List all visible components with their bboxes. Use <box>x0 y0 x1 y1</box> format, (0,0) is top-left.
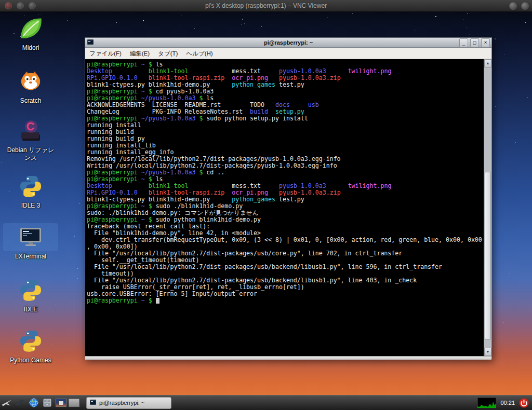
taskbar: pi@raspberrypi: ~ 00:21 <box>0 395 532 410</box>
minimize-button[interactable]: _ <box>459 38 468 47</box>
star <box>60 39 60 39</box>
terminal-text: cd pyusb-1.0.0a3 <box>156 88 214 95</box>
star <box>467 13 468 13</box>
pager-desktop-1-icon[interactable] <box>56 399 66 407</box>
terminal-text: python_games <box>232 196 275 203</box>
terminal-text: File "blink1hid-demo.py", line 42, in <m… <box>87 229 261 237</box>
terminal-window: pi@raspberrypi: ~ _ □ × ファイル(F) 編集(E) タブ… <box>85 37 492 359</box>
terminal-text: Desktop <box>87 67 112 75</box>
terminal-text: build <box>250 108 268 115</box>
terminal-output[interactable]: pi@raspberrypi ~ $ lsDesktop blink1-tool… <box>87 61 483 356</box>
close-button[interactable]: × <box>481 38 490 47</box>
terminal-scrollbar[interactable]: ▲ ▼ <box>484 59 491 356</box>
terminal-text: usb <box>308 101 319 108</box>
terminal-text: running build_py <box>87 135 145 142</box>
terminal-text: $ <box>145 175 156 183</box>
terminal-line: pi@raspberrypi ~/pyusb-1.0.0a3 $ sudo py… <box>87 115 483 122</box>
terminal-window-title: pi@raspberrypi: ~ <box>85 39 491 46</box>
terminal-text <box>326 182 348 189</box>
terminal-text: mess.txt <box>232 182 279 189</box>
desktop-icon-lxterminal[interactable]: LXTerminal <box>3 223 58 261</box>
scroll-up-icon[interactable]: ▲ <box>484 59 491 67</box>
star <box>463 19 463 20</box>
terminal-text <box>188 182 232 189</box>
terminal-text: File "/usr/local/lib/python2.7/dist-pack… <box>87 250 402 257</box>
terminal-titlebar[interactable]: pi@raspberrypi: ~ _ □ × <box>85 38 491 48</box>
terminal-text: ~ <box>141 88 145 95</box>
menu-item-help[interactable]: ヘルプ(H) <box>182 48 217 59</box>
star <box>194 28 195 29</box>
vnc-titlebar: pi's X desktop (raspberrypi:1) – VNC Vie… <box>0 0 532 12</box>
vnc-toolbar-icon[interactable] <box>509 2 517 10</box>
star <box>77 268 78 269</box>
menu-item-tabs[interactable]: タブ(T) <box>154 48 182 59</box>
terminal-text: ~ <box>141 202 145 210</box>
vnc-toolbar-icon-2[interactable] <box>521 2 529 10</box>
terminal-text: running install <box>87 121 141 129</box>
star <box>495 106 496 107</box>
terminal-line: dev.ctrl_transfer(bmRequestTypeOut, 0x09… <box>87 237 483 243</box>
terminal-line: pi@raspberrypi ~ $ <box>87 297 483 304</box>
terminal-text: File "/usr/local/lib/python2.7/dist-pack… <box>87 277 417 284</box>
terminal-text: $ <box>145 88 156 95</box>
star <box>242 24 242 25</box>
star <box>68 319 69 319</box>
terminal-text: ls <box>156 175 163 183</box>
terminal-text: $ <box>145 216 156 223</box>
star <box>77 278 78 279</box>
desktop-icon-label: Python Games <box>8 357 52 364</box>
desktop-icon-scratch[interactable]: Scratch <box>3 67 58 105</box>
star <box>242 19 243 20</box>
desktop-icon-debian-reference[interactable]: Debian リファレンス <box>3 117 58 162</box>
desktop-pager[interactable] <box>54 397 81 409</box>
web-browser-launcher[interactable] <box>27 397 41 409</box>
desktop-icon-label: Debian リファレンス <box>3 146 58 162</box>
lxde-menu-bird-icon <box>1 397 12 408</box>
pager-desktop-2-icon[interactable] <box>69 399 79 407</box>
terminal-text: blink1-ctypes.py blink1hid-demo.py <box>87 81 232 88</box>
terminal-text: ocr_pi.png <box>232 189 268 196</box>
star <box>459 26 459 27</box>
terminal-text <box>138 74 149 81</box>
terminal-text: $ <box>145 297 156 304</box>
terminal-text: usb.core.USBError: [Errno 5] Input/outpu… <box>87 290 257 297</box>
desktop-icon-python-games[interactable]: Python Games <box>3 327 58 364</box>
terminal-text: blink1-tool <box>149 182 189 189</box>
terminal-text: Desktop <box>87 182 112 189</box>
terminal-menubar: ファイル(F) 編集(E) タブ(T) ヘルプ(H) <box>85 48 491 59</box>
star <box>364 29 364 29</box>
star <box>143 20 144 21</box>
maximize-button[interactable]: □ <box>470 38 479 47</box>
menu-button[interactable] <box>0 397 14 409</box>
desktop-icon-idle[interactable]: IDLE <box>3 276 58 313</box>
terminal-text <box>268 108 275 115</box>
terminal-text <box>188 67 232 75</box>
star <box>327 18 328 18</box>
terminal-text: pi@raspberrypi <box>87 169 141 176</box>
star <box>67 20 68 21</box>
terminal-text: running install_lib <box>87 142 156 149</box>
terminal-text <box>224 74 232 81</box>
terminal-text: ls <box>206 94 214 102</box>
terminal-text: running install_egg_info <box>87 148 174 156</box>
star <box>495 38 496 39</box>
file-manager-launcher[interactable] <box>41 397 54 409</box>
dark-bird-launcher[interactable] <box>14 397 27 409</box>
taskbar-window-button[interactable]: pi@raspberrypi: ~ <box>86 397 171 409</box>
clock[interactable]: 00:21 <box>500 400 515 406</box>
scrollbar-thumb[interactable] <box>485 172 491 339</box>
desktop-icon-label: Midori <box>21 44 41 52</box>
menu-item-file[interactable]: ファイル(F) <box>85 48 126 59</box>
shutdown-button[interactable] <box>519 398 529 408</box>
terminal-text: test.py <box>275 81 304 88</box>
terminal-text: RPi.GPIO-0.1.0 <box>87 189 138 196</box>
desktop-icon-idle3[interactable]: IDLE 3 <box>3 172 58 210</box>
desktop-icon-midori[interactable]: Midori <box>3 15 58 52</box>
desktop-icon-label: Scratch <box>19 97 43 105</box>
menu-item-edit[interactable]: 編集(E) <box>126 48 154 59</box>
dark-bird-icon <box>15 397 26 408</box>
terminal-body[interactable]: pi@raspberrypi ~ $ lsDesktop blink1-tool… <box>85 59 491 356</box>
scroll-down-icon[interactable]: ▼ <box>484 348 491 356</box>
terminal-text: $ <box>195 115 206 122</box>
star <box>50 63 50 63</box>
